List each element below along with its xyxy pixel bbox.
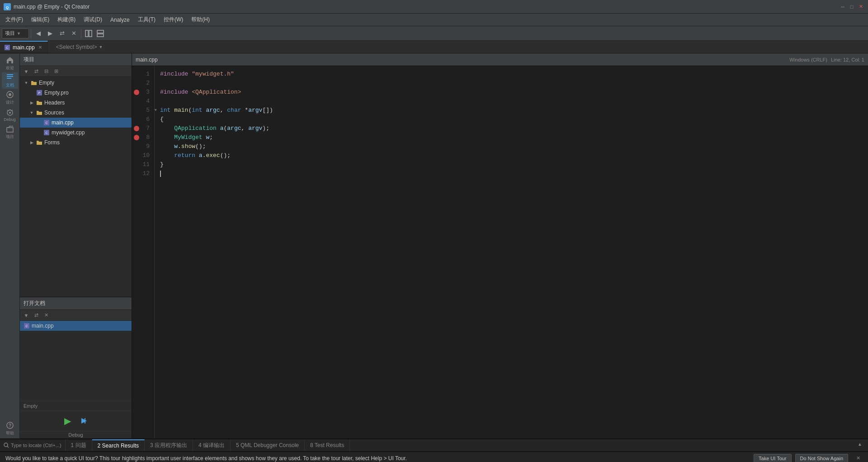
fold-arrow-5[interactable]: ▼ [155,106,157,115]
line-num-8: 8 [132,133,152,142]
sidebar-welcome-button[interactable]: 欢迎 [2,55,18,71]
open-docs-list: C main.cpp [20,321,132,401]
breakpoint-7[interactable] [134,126,139,131]
tree-item-forms[interactable]: ▶ Forms [20,138,132,148]
close-tour-bar-button[interactable]: ✕ [854,454,863,462]
svg-text:Q: Q [6,5,9,10]
tab-main-cpp[interactable]: C main.cpp ✕ [0,41,48,53]
line-num-7: 7 [132,124,152,133]
tree-item-empty-root[interactable]: ▼ Empty [20,78,132,88]
tree-item-empty-pro[interactable]: ▶ P Empty.pro [20,88,132,98]
expand-all-button[interactable]: ⊞ [52,67,61,76]
toolbar-sep-1 [31,29,31,38]
debug-icon [6,108,14,116]
menu-controls[interactable]: 控件(W) [160,14,187,25]
close-button[interactable]: ✕ [857,3,864,10]
bottom-tab-app-output[interactable]: 3 应用程序输出 [145,439,193,451]
bottom-panel-toggle[interactable]: ▲ [855,439,864,448]
breakpoint-8[interactable] [134,135,139,140]
menu-debug[interactable]: 调试(D) [80,14,106,25]
split-h-button[interactable] [83,28,94,39]
nav-forward-button[interactable]: ▶ [45,28,56,39]
svg-rect-15 [7,128,13,132]
take-tour-button[interactable]: Take UI Tour [754,454,792,462]
sync-button[interactable]: ⇄ [57,28,67,39]
select-symbol-dropdown[interactable]: <Select Symbol> ▼ [52,41,107,53]
tree-item-sources[interactable]: ▼ Sources [20,108,132,118]
cpp-file-icon: C [5,45,10,50]
line-num-11: 11 [132,160,152,169]
open-docs-header: 打开文档 [20,297,132,310]
sidebar-debug-button[interactable]: Debug [2,107,18,123]
bottom-tab-compile-output[interactable]: 4 编译输出 [193,439,231,451]
svg-text:C: C [45,131,47,134]
nav-back-button[interactable]: ◀ [33,28,44,39]
menu-edit[interactable]: 编辑(E) [28,14,53,25]
svg-point-12 [9,93,11,96]
tab-close-button[interactable]: ✕ [38,44,43,50]
line-ending-label: Windows (CRLF) [789,57,827,62]
bottom-tab-qml-debug[interactable]: 5 QML Debugger Console [231,439,305,451]
doc-cpp-icon: C [24,323,30,329]
tree-item-main-cpp[interactable]: ▶ C main.cpp [20,118,132,128]
folder-icon-forms [36,139,43,146]
line-num-5: 5 ▼ [132,106,152,115]
svg-marker-26 [81,418,87,424]
menu-file[interactable]: 文件(F) [2,14,27,25]
collapse-all-button[interactable]: ⊟ [42,67,51,76]
menu-analyze[interactable]: Analyze [107,15,133,24]
bottom-tab-test-results[interactable]: 8 Test Results [305,439,350,451]
menu-tools[interactable]: 工具(T) [134,14,159,25]
sidebar-edit-button[interactable]: 文档 [2,72,18,89]
sidebar-design-button[interactable]: 设计 [2,90,18,106]
tree-label-headers: Headers [44,100,65,106]
bottom-tab-issues[interactable]: 1 问题 [66,439,92,451]
open-docs-filter[interactable]: ▼ [22,311,31,320]
code-content-area: 1 2 3 4 5 ▼ 6 7 8 [132,66,868,438]
split-v-button[interactable] [95,28,106,39]
sync-tree-button[interactable]: ⇄ [32,67,41,76]
line-num-9: 9 [132,142,152,151]
maximize-button[interactable]: □ [848,3,855,10]
tree-label-empty-pro: Empty.pro [44,90,69,96]
cpp-file-icon-mywidget: C [43,129,50,136]
tree-item-mywidget-cpp[interactable]: ▶ C mywidget.cpp [20,128,132,138]
bottom-tab-search-results[interactable]: 2 Search Results [92,439,145,451]
svg-text:P: P [38,91,41,95]
filter-button[interactable]: ▼ [22,67,31,76]
menubar: 文件(F) 编辑(E) 构建(B) 调试(D) Analyze 工具(T) 控件… [0,14,868,26]
arrow-headers: ▶ [29,100,34,105]
line-num-2: 2 [132,79,152,88]
menu-help[interactable]: 帮助(H) [188,14,213,25]
open-docs-toolbar: ▼ ⇄ ✕ [20,310,132,321]
doc-item-label: main.cpp [32,323,54,329]
breakpoint-3[interactable] [134,90,139,95]
run-button[interactable]: ▶ [60,414,76,427]
tour-bar: Would you like to take a quick UI tour? … [0,452,868,462]
sidebar-help-button[interactable]: ? 帮助 [2,420,18,437]
svg-text:C: C [25,324,28,328]
tree-item-headers[interactable]: ▶ Headers [20,98,132,108]
tree-label-sources: Sources [44,110,64,116]
code-text[interactable]: #include "mywidget.h" #include <QApplica… [155,66,868,438]
line-num-4: 4 [132,97,152,106]
svg-rect-8 [7,74,13,75]
debug-run-button[interactable] [76,414,92,427]
menu-build[interactable]: 构建(B) [54,14,79,25]
project-selector-dropdown[interactable]: 项目 ▼ [2,29,29,38]
open-docs-close[interactable]: ✕ [42,311,51,320]
bottom-area: Type to locate (Ctrl+...) 1 问题 2 Search … [0,438,868,462]
doc-item-main-cpp[interactable]: C main.cpp [20,321,132,331]
toolbar-sep-2 [81,29,81,38]
close-all-button[interactable]: ✕ [68,28,79,39]
locate-input-container[interactable]: Type to locate (Ctrl+...) [0,439,66,451]
minimize-button[interactable]: ─ [839,3,846,10]
open-docs-panel: 打开文档 ▼ ⇄ ✕ C main.cpp [20,297,132,401]
do-not-show-again-button[interactable]: Do Not Show Again [795,454,848,462]
open-docs-sync[interactable]: ⇄ [32,311,41,320]
sidebar-projects-button[interactable]: 项目 [2,124,18,140]
tree-label-empty: Empty [39,80,54,86]
main-layout: 欢迎 文档 设计 Debug 项目 ? 帮助 项目 ▼ ⇄ [0,53,868,438]
svg-text:C: C [6,46,8,49]
tree-label-forms: Forms [44,139,60,146]
